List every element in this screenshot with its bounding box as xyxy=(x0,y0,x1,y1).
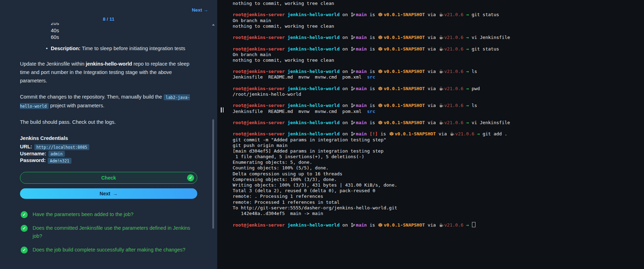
git-branch-icon xyxy=(351,12,356,18)
credential-row: Username:admin xyxy=(20,150,197,157)
credential-label: URL: xyxy=(20,144,32,149)
java-icon xyxy=(450,131,455,137)
description-bullet: • Description: Time to sleep before init… xyxy=(46,45,197,52)
terminal-output-line: On branch main xyxy=(233,18,644,23)
check-circle-icon: ✓ xyxy=(21,211,28,218)
java-icon xyxy=(439,222,444,228)
package-icon xyxy=(378,35,384,40)
terminal-prompt-line: root@jenkins-server jenkins-hello-world … xyxy=(233,12,644,18)
check-button[interactable]: Check ✓ xyxy=(20,172,197,184)
arrow-right-icon: → xyxy=(113,191,118,196)
terminal-output-line xyxy=(233,216,644,222)
bullet-marker: • xyxy=(46,45,48,52)
package-icon xyxy=(378,12,384,18)
java-icon xyxy=(439,86,444,92)
terminal-prompt-line: root@jenkins-server jenkins-hello-world … xyxy=(233,86,644,92)
terminal-prompt-line: root@jenkins-server jenkins-hello-world … xyxy=(233,46,644,52)
package-icon xyxy=(389,131,395,137)
next-button[interactable]: Next → xyxy=(20,188,197,199)
terminal-output-line xyxy=(233,29,644,35)
credential-row: URL:http://localhost:8085 xyxy=(20,143,197,150)
terminal-output-line xyxy=(233,80,644,86)
credential-value-url[interactable]: http://localhost:8085 xyxy=(34,144,89,150)
terminal-output-line xyxy=(233,40,644,46)
git-branch-icon xyxy=(351,120,356,126)
package-icon xyxy=(378,86,384,92)
page-indicator: 8 / 11 xyxy=(0,0,217,22)
package-icon xyxy=(378,120,384,126)
terminal-output-line: /root/jenkins-hello-world xyxy=(233,92,644,97)
terminal-output-line: 1 file changed, 5 insertions(+), 5 delet… xyxy=(233,154,644,160)
terminal-output-line: Enumerating objects: 5, done. xyxy=(233,160,644,165)
checklist-item-text: Does the committed Jenkinsfile use the p… xyxy=(33,224,197,240)
terminal-output-line xyxy=(233,6,644,12)
paragraph-commit-changes: Commit the changes to the repository. Th… xyxy=(20,93,197,110)
terminal-output-line: nothing to commit, working tree clean xyxy=(233,23,644,29)
package-icon xyxy=(378,222,384,228)
java-icon xyxy=(439,46,444,52)
terminal-cursor xyxy=(472,222,475,227)
git-branch-icon xyxy=(351,103,356,108)
package-icon xyxy=(378,46,384,52)
next-page-link[interactable]: Next → xyxy=(190,7,210,13)
terminal-panel[interactable]: nothing to commit, working tree cleanroo… xyxy=(232,0,644,269)
terminal-output-line: nothing to commit, working tree clean xyxy=(233,1,644,6)
terminal-output-line: 142e48a..d304ef5 main -> main xyxy=(233,211,644,216)
java-icon xyxy=(439,12,444,18)
terminal-prompt-line: root@jenkins-server jenkins-hello-world … xyxy=(233,35,644,40)
arrow-right-icon: → xyxy=(204,7,208,13)
java-icon xyxy=(439,69,444,74)
checklist-item: ✓ Does the committed Jenkinsfile use the… xyxy=(21,224,197,240)
java-icon xyxy=(439,120,444,126)
instructions-panel: Next → 8 / 11 20s 40s 60s • Description:… xyxy=(0,0,217,269)
terminal-output-line: remote: . Processing 1 references xyxy=(233,194,644,199)
checklist-item: ✓ Have the parameters been added to the … xyxy=(21,210,197,218)
check-circle-icon: ✓ xyxy=(21,225,28,232)
git-branch-icon xyxy=(351,86,356,92)
terminal-prompt-line: root@jenkins-server jenkins-hello-world … xyxy=(233,131,644,137)
terminal-prompt-line: root@jenkins-server jenkins-hello-world … xyxy=(233,103,644,108)
terminal-output: nothing to commit, working tree cleanroo… xyxy=(233,1,644,228)
next-page-label: Next xyxy=(192,7,202,13)
git-branch-icon xyxy=(351,131,356,137)
verification-checklist: ✓ Have the parameters been added to the … xyxy=(21,210,197,254)
java-icon xyxy=(439,35,444,40)
scroll-up-icon xyxy=(212,24,215,26)
scrollbar-thumb[interactable] xyxy=(212,119,214,229)
terminal-output-line: Jenkinsfile README.md mvnw mvnw.cmd pom.… xyxy=(233,109,644,114)
list-item: 60s xyxy=(51,34,217,41)
terminal-output-line: git push origin main xyxy=(233,143,644,148)
list-item: 20s xyxy=(51,23,217,27)
credentials-heading: Jenkins Credentials xyxy=(20,135,197,141)
checklist-item-text: Have the parameters been added to the jo… xyxy=(33,210,133,218)
panel-resize-handle[interactable] xyxy=(221,107,224,113)
credential-value-password[interactable]: Adm!n321 xyxy=(48,158,71,164)
terminal-output-line: remote: Processed 1 references in total xyxy=(233,200,644,205)
terminal-output-line: git commit -m "Added params in integrati… xyxy=(233,137,644,143)
terminal-output-line: nothing to commit, working tree clean xyxy=(233,58,644,63)
terminal-output-line: On branch main xyxy=(233,52,644,58)
terminal-output-line xyxy=(233,126,644,131)
terminal-output-line: Delta compression using up to 16 threads xyxy=(233,171,644,177)
package-icon xyxy=(378,69,384,74)
checklist-item: ✓ Does the job build complete successful… xyxy=(21,246,197,254)
terminal-output-line xyxy=(233,63,644,69)
git-branch-icon xyxy=(351,35,356,40)
credential-label: Password: xyxy=(20,157,46,163)
terminal-prompt-line: root@jenkins-server jenkins-hello-world … xyxy=(233,120,644,126)
credential-label: Username: xyxy=(20,151,46,156)
terminal-output-line: Writing objects: 100% (3/3), 431 bytes |… xyxy=(233,182,644,188)
list-item: 40s xyxy=(51,27,217,34)
lab-workspace: Next → 8 / 11 20s 40s 60s • Description:… xyxy=(0,0,644,269)
check-button-label: Check xyxy=(101,175,116,181)
terminal-output-line: Jenkinsfile README.md mvnw mvnw.cmd pom.… xyxy=(233,74,644,80)
terminal-output-line xyxy=(233,114,644,120)
description-text: Description: Time to sleep before initia… xyxy=(51,45,185,52)
terminal-output-line: Compressing objects: 100% (3/3), done. xyxy=(233,177,644,182)
clipped-list-item-wrap: 20s xyxy=(0,23,217,27)
paragraph-build-pass: The build should pass. Check out the log… xyxy=(20,118,197,126)
git-branch-icon xyxy=(351,46,356,52)
terminal-output-line: To http://git-server:5555/dasher-org/jen… xyxy=(233,205,644,211)
credential-value-username[interactable]: admin xyxy=(48,151,65,157)
java-icon xyxy=(439,103,444,108)
